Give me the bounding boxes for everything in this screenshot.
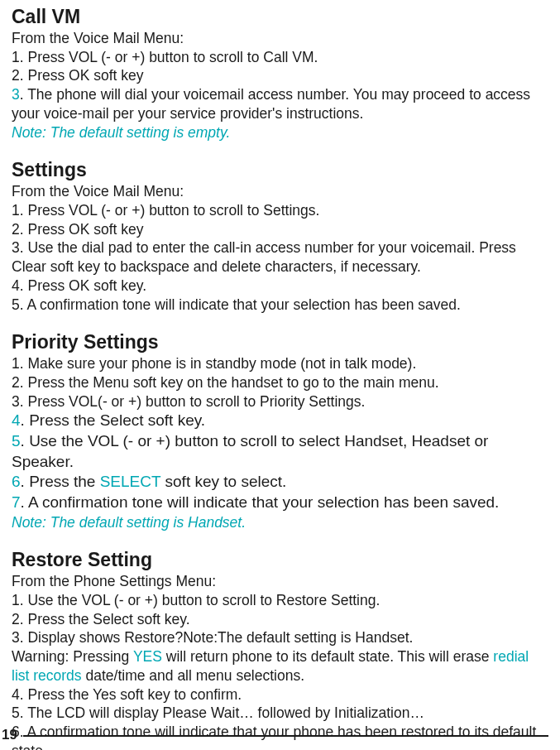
- text-line: 7. A confirmation tone will indicate tha…: [12, 493, 548, 513]
- text-line: 4. Press OK soft key.: [12, 276, 548, 296]
- text-line: 1. Make sure your phone is in standby mo…: [12, 354, 548, 373]
- text-run: YES: [133, 648, 162, 665]
- text-line: 4. Press the Select soft key.: [12, 411, 548, 431]
- text-run: . A confirmation tone will indicate that…: [21, 493, 500, 511]
- list-number: 5: [12, 432, 21, 450]
- text-line: From the Voice Mail Menu:: [12, 182, 548, 201]
- list-number: 6: [12, 473, 21, 490]
- text-run: soft key to select.: [160, 473, 286, 490]
- text-line: 1. Press VOL (- or +) button to scroll t…: [12, 201, 548, 220]
- text-run: . Press the Select soft key.: [21, 411, 206, 429]
- text-run: . Press the: [21, 473, 100, 490]
- heading-call-vm: Call VM: [12, 5, 548, 29]
- text-line: 1. Press VOL (- or +) button to scroll t…: [12, 48, 548, 67]
- list-number: 4: [12, 411, 21, 429]
- text-run: Warning: Pressing: [12, 648, 133, 665]
- heading-priority-settings: Priority Settings: [12, 330, 548, 354]
- page-rule: [23, 735, 548, 738]
- text-line: 5. A confirmation tone will indicate tha…: [12, 296, 548, 315]
- page-number: 19: [2, 727, 17, 743]
- text-line: 2. Press OK soft key: [12, 220, 548, 239]
- text-line: 5. Use the VOL (- or +) button to scroll…: [12, 431, 548, 472]
- heading-settings: Settings: [12, 158, 548, 182]
- text-line: 3. The phone will dial your voicemail ac…: [12, 85, 548, 123]
- text-line: 5. The LCD will display Please Wait… fol…: [12, 704, 548, 723]
- text-run: SELECT: [100, 473, 161, 490]
- text-line: 2. Press the Menu soft key on the handse…: [12, 373, 548, 392]
- text-line: 2. Press OK soft key: [12, 66, 548, 85]
- text-line: 3. Display shows Restore?Note:The defaul…: [12, 628, 548, 647]
- list-number: 3: [12, 86, 20, 103]
- text-run: . The phone will dial your voicemail acc…: [12, 86, 530, 122]
- text-line: 6. Press the SELECT soft key to select.: [12, 472, 548, 493]
- text-line: 3. Press VOL(- or +) button to scroll to…: [12, 392, 548, 411]
- text-line: From the Voice Mail Menu:: [12, 29, 548, 48]
- text-line: 2. Press the Select soft key.: [12, 610, 548, 629]
- text-line: 3. Use the dial pad to enter the call-in…: [12, 238, 548, 276]
- note-text: Note: The default setting is empty.: [12, 123, 548, 142]
- text-line: Warning: Pressing YES will return phone …: [12, 647, 548, 685]
- text-run: date/time and all menu selections.: [82, 667, 304, 684]
- text-run: . Use the VOL (- or +) button to scroll …: [12, 432, 488, 470]
- text-line: From the Phone Settings Menu:: [12, 572, 548, 591]
- text-line: 4. Press the Yes soft key to confirm.: [12, 685, 548, 704]
- text-line: 1. Use the VOL (- or +) button to scroll…: [12, 591, 548, 610]
- text-run: will return phone to its default state. …: [162, 648, 493, 665]
- heading-restore-setting: Restore Setting: [12, 548, 548, 572]
- note-text: Note: The default setting is Handset.: [12, 513, 548, 532]
- list-number: 7: [12, 493, 21, 511]
